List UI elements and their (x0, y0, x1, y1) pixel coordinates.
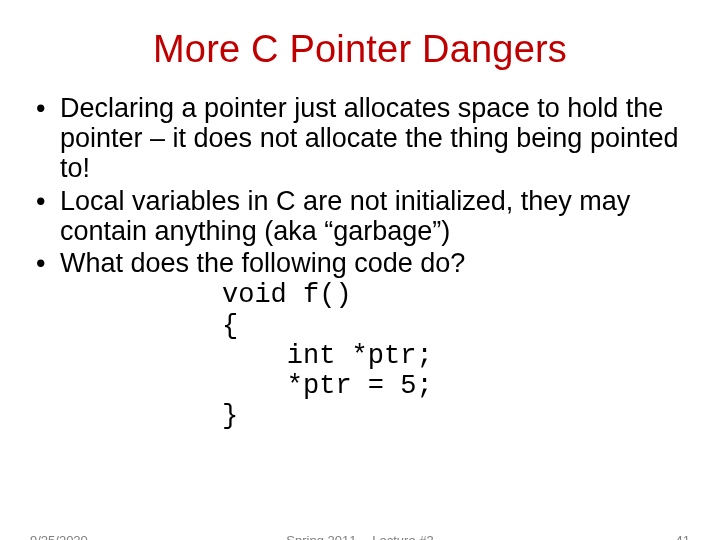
bullet-item: Local variables in C are not initialized… (32, 186, 688, 246)
footer-page-number: 41 (676, 533, 690, 540)
bullet-item: What does the following code do? (32, 248, 688, 278)
code-block: void f() { int *ptr; *ptr = 5; } (222, 280, 688, 431)
bullet-list: Declaring a pointer just allocates space… (32, 93, 688, 278)
slide-body: Declaring a pointer just allocates space… (32, 93, 688, 432)
slide-title: More C Pointer Dangers (0, 28, 720, 71)
bullet-item: Declaring a pointer just allocates space… (32, 93, 688, 184)
footer-center: Spring 2011 -- Lecture #3 (0, 533, 720, 540)
slide: More C Pointer Dangers Declaring a point… (0, 28, 720, 540)
